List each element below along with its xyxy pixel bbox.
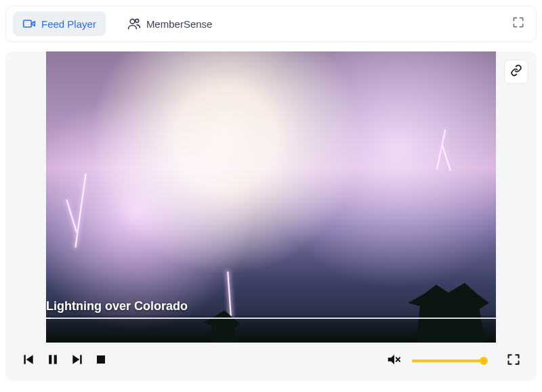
volume-thumb[interactable] bbox=[480, 357, 488, 365]
tab-membersense[interactable]: MemberSense bbox=[118, 12, 222, 36]
svg-point-3 bbox=[136, 19, 139, 22]
progress-played bbox=[46, 318, 51, 319]
stop-button[interactable] bbox=[95, 353, 107, 368]
share-link-button[interactable] bbox=[504, 60, 528, 84]
svg-marker-5 bbox=[26, 355, 33, 364]
svg-marker-11 bbox=[388, 355, 394, 365]
link-icon bbox=[510, 64, 522, 79]
next-button[interactable] bbox=[70, 353, 84, 369]
expand-button[interactable] bbox=[507, 12, 529, 36]
skip-forward-icon bbox=[70, 353, 84, 369]
lightning-graphic bbox=[436, 129, 446, 169]
mute-button[interactable] bbox=[386, 352, 401, 370]
pause-icon bbox=[46, 353, 60, 369]
video-icon bbox=[22, 17, 36, 30]
fullscreen-button[interactable] bbox=[507, 353, 520, 369]
progress-bar[interactable] bbox=[46, 318, 496, 319]
player-controls bbox=[5, 343, 537, 380]
stop-icon bbox=[95, 353, 107, 368]
tab-label: Feed Player bbox=[41, 18, 96, 30]
lightning-graphic bbox=[75, 173, 86, 247]
svg-point-2 bbox=[130, 19, 135, 24]
top-tabbar: Feed Player MemberSense bbox=[5, 5, 537, 42]
volume-muted-icon bbox=[386, 352, 401, 370]
tab-feed-player[interactable]: Feed Player bbox=[13, 12, 106, 36]
svg-rect-0 bbox=[24, 20, 32, 27]
pause-button[interactable] bbox=[46, 353, 60, 369]
previous-button[interactable] bbox=[22, 353, 35, 369]
media-area: Lightning over Colorado bbox=[5, 51, 537, 343]
maximize-icon bbox=[512, 16, 525, 32]
media-title-bar: Lightning over Colorado bbox=[46, 299, 496, 319]
svg-rect-6 bbox=[49, 355, 51, 364]
svg-marker-8 bbox=[72, 355, 79, 364]
media-title: Lightning over Colorado bbox=[46, 299, 496, 318]
skip-back-icon bbox=[22, 353, 35, 369]
player-card: Lightning over Colorado bbox=[5, 51, 537, 380]
svg-rect-9 bbox=[80, 355, 82, 364]
svg-rect-7 bbox=[54, 355, 57, 364]
tab-label: MemberSense bbox=[146, 18, 213, 30]
svg-rect-10 bbox=[97, 355, 105, 364]
fullscreen-icon bbox=[507, 353, 520, 369]
users-icon bbox=[127, 17, 141, 30]
svg-rect-4 bbox=[24, 355, 26, 364]
volume-slider[interactable] bbox=[412, 360, 486, 362]
